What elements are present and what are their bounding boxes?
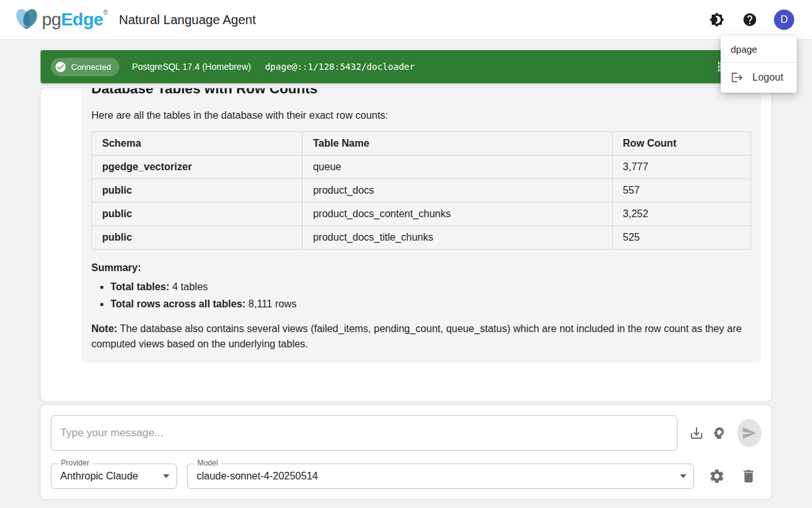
pgedge-logo-text: pgEdge® — [42, 11, 108, 29]
table-name-cell: product_docs_content_chunks — [303, 203, 612, 226]
model-value: claude-sonnet-4-20250514 — [197, 471, 318, 482]
row-count-cell: 3,252 — [612, 203, 750, 226]
gear-icon[interactable] — [705, 464, 730, 489]
provider-select[interactable]: Provider Anthropic Claude — [51, 464, 177, 489]
table-name-cell: product_docs_title_chunks — [303, 226, 612, 250]
table-name-cell: queue — [303, 156, 612, 179]
logout-label: Logout — [752, 72, 783, 83]
table-name-cell: product_docs — [303, 179, 612, 203]
user-avatar[interactable]: D — [774, 10, 794, 30]
psychology-icon[interactable] — [708, 420, 730, 446]
connection-string: dpage@::1/128:5432/docloader — [265, 62, 415, 72]
model-select[interactable]: Model claude-sonnet-4-20250514 — [187, 464, 694, 489]
row-count-cell: 557 — [612, 179, 750, 203]
composer-panel: Provider Anthropic Claude Model claude-s… — [41, 405, 771, 499]
table-row: public product_docs_title_chunks 525 — [92, 226, 751, 250]
chat-panel: Database Tables with Row Counts Here are… — [41, 88, 771, 401]
table-row: public product_docs_content_chunks 3,252 — [92, 203, 751, 226]
header-actions: D — [708, 10, 794, 30]
row-counts-table: Schema Table Name Row Count pgedge_vecto… — [91, 131, 751, 250]
trash-icon[interactable] — [736, 464, 761, 489]
help-icon[interactable] — [741, 11, 759, 29]
row-count-cell: 3,777 — [612, 156, 750, 179]
send-button[interactable] — [737, 419, 761, 447]
summary-list: Total tables: 4 tables Total rows across… — [91, 281, 751, 310]
menu-username: dpage — [721, 40, 797, 60]
column-header-schema: Schema — [92, 132, 303, 156]
chevron-down-icon — [680, 474, 686, 478]
table-row: pgedge_vectorizer queue 3,777 — [92, 156, 751, 179]
logout-menu-item[interactable]: Logout — [721, 67, 797, 88]
composer-settings-row: Provider Anthropic Claude Model claude-s… — [51, 464, 761, 489]
connected-badge: Connected — [51, 58, 119, 76]
row-count-cell: 525 — [612, 226, 750, 250]
send-icon — [742, 425, 757, 441]
connection-status-bar: Connected PostgreSQL 17.4 (Homebrew) dpa… — [41, 50, 771, 83]
assistant-message: Database Tables with Row Counts Here are… — [81, 88, 761, 363]
provider-value: Anthropic Claude — [60, 471, 138, 482]
schema-cell: public — [92, 179, 303, 203]
chevron-down-icon — [163, 474, 169, 478]
page-title: Natural Language Agent — [119, 13, 256, 27]
table-row: public product_docs 557 — [92, 179, 751, 203]
server-version: PostgreSQL 17.4 (Homebrew) — [132, 62, 251, 72]
provider-label: Provider — [58, 458, 93, 467]
download-icon[interactable] — [686, 420, 708, 446]
summary-heading: Summary: — [91, 262, 751, 274]
schema-cell: public — [92, 203, 303, 226]
schema-cell: public — [92, 226, 303, 250]
schema-cell: pgedge_vectorizer — [92, 156, 303, 179]
column-header-row-count: Row Count — [612, 132, 750, 156]
message-input[interactable] — [51, 415, 678, 451]
summary-item: Total tables: 4 tables — [110, 281, 751, 293]
logout-icon — [731, 71, 743, 84]
pgedge-logo-icon — [13, 7, 41, 32]
app-header: pgEdge® Natural Language Agent D — [0, 0, 812, 40]
user-menu: dpage Logout — [721, 36, 797, 93]
theme-toggle-icon[interactable] — [708, 11, 726, 29]
connected-label: Connected — [71, 62, 111, 72]
model-label: Model — [194, 458, 221, 467]
message-intro: Here are all the tables in the database … — [91, 110, 751, 121]
column-header-table-name: Table Name — [303, 132, 612, 156]
summary-item: Total rows across all tables: 8,111 rows — [110, 298, 751, 310]
message-heading: Database Tables with Row Counts — [91, 88, 751, 97]
composer-input-row — [51, 415, 761, 451]
check-circle-icon — [55, 61, 67, 73]
table-header-row: Schema Table Name Row Count — [92, 132, 751, 156]
menu-divider — [721, 62, 797, 63]
note-paragraph: Note: The database also contains several… — [91, 321, 751, 352]
pgedge-logo: pgEdge® — [13, 7, 108, 32]
